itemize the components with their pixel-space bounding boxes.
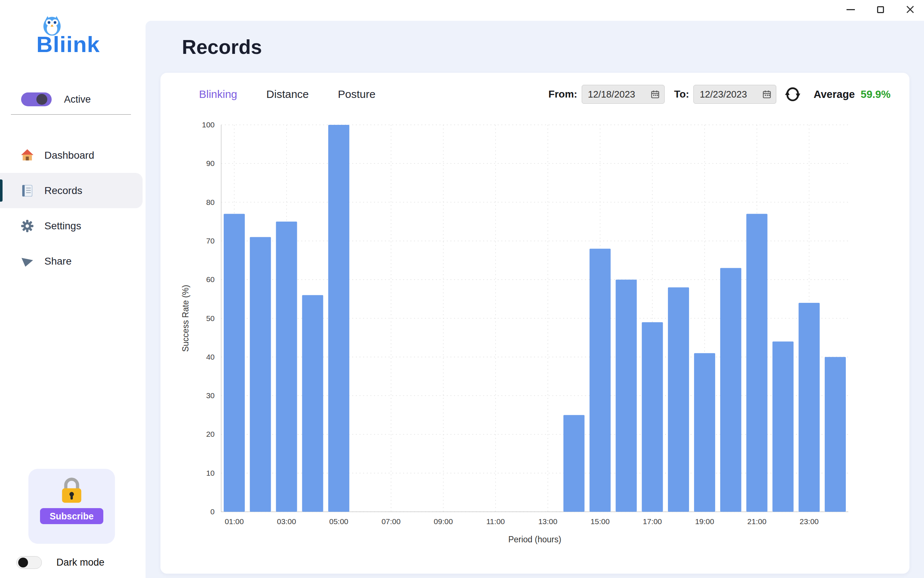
active-toggle[interactable] xyxy=(21,93,52,106)
average-label: Average xyxy=(813,88,854,101)
filter-controls: From: 12/18/2023 To: 12/23/2023 xyxy=(549,85,890,104)
toggle-knob-icon xyxy=(18,558,28,567)
x-tick-label: 07:00 xyxy=(382,517,401,526)
x-tick-label: 23:00 xyxy=(799,517,819,526)
y-tick-label: 60 xyxy=(206,275,215,284)
home-icon xyxy=(20,148,34,162)
active-toggle-row: Active xyxy=(21,93,91,106)
bar-03:00 xyxy=(276,222,297,512)
tab-distance[interactable]: Distance xyxy=(266,88,309,101)
sidebar-item-records[interactable]: Records xyxy=(0,173,142,208)
y-axis-title: Success Rate (%) xyxy=(181,285,190,352)
bar-14:00 xyxy=(563,415,584,512)
window-minimize-button[interactable] xyxy=(845,4,856,15)
x-axis-title: Period (hours) xyxy=(508,535,561,544)
active-toggle-label: Active xyxy=(64,94,91,105)
bar-24:00 xyxy=(825,357,846,512)
share-icon xyxy=(20,255,34,268)
records-card: Blinking Distance Posture From: 12/18/20… xyxy=(160,73,909,574)
records-icon xyxy=(20,184,34,198)
x-tick-label: 19:00 xyxy=(695,517,714,526)
sidebar-nav: Dashboard Records xyxy=(0,138,146,279)
y-tick-label: 100 xyxy=(202,120,215,129)
x-tick-label: 01:00 xyxy=(225,517,244,526)
dark-mode-label: Dark mode xyxy=(57,557,104,568)
refresh-button[interactable] xyxy=(783,85,802,103)
subscribe-card: Subscribe xyxy=(28,469,115,544)
window-maximize-button[interactable] xyxy=(875,4,885,15)
to-date-input[interactable]: 12/23/2023 xyxy=(693,85,776,104)
calendar-icon xyxy=(651,89,660,99)
lock-icon xyxy=(56,474,88,506)
bar-02:00 xyxy=(250,237,271,512)
sidebar-item-label: Settings xyxy=(44,220,81,232)
app-logo: Bliink xyxy=(36,15,131,62)
bar-05:00 xyxy=(328,125,349,512)
maximize-icon xyxy=(877,6,884,13)
bar-17:00 xyxy=(642,322,663,512)
x-tick-label: 13:00 xyxy=(538,517,558,526)
minimize-icon xyxy=(846,9,855,10)
y-tick-label: 40 xyxy=(206,353,215,361)
toggle-knob-icon xyxy=(36,94,47,105)
y-tick-label: 70 xyxy=(206,237,215,245)
y-tick-label: 80 xyxy=(206,198,215,206)
from-label: From: xyxy=(549,88,577,100)
sidebar-divider xyxy=(11,114,131,115)
dark-mode-toggle[interactable] xyxy=(16,556,42,569)
bar-04:00 xyxy=(302,295,323,512)
bar-16:00 xyxy=(615,279,637,512)
records-bar-chart: 010203040506070809010001:0003:0005:0007:… xyxy=(160,117,909,570)
tab-posture[interactable]: Posture xyxy=(338,88,375,101)
bar-20:00 xyxy=(720,268,741,512)
bar-23:00 xyxy=(798,303,820,512)
chart-tabs: Blinking Distance Posture xyxy=(199,88,375,101)
bar-01:00 xyxy=(224,214,245,512)
subscribe-button[interactable]: Subscribe xyxy=(40,508,103,524)
sidebar: Bliink Active Dashboard Records xyxy=(0,0,146,578)
x-tick-label: 09:00 xyxy=(434,517,453,526)
gear-icon xyxy=(20,219,34,233)
y-tick-label: 10 xyxy=(206,469,215,477)
sidebar-item-label: Share xyxy=(44,255,72,267)
y-tick-label: 50 xyxy=(206,314,215,323)
bar-21:00 xyxy=(746,214,767,512)
card-header: Blinking Distance Posture From: 12/18/20… xyxy=(160,84,909,104)
y-tick-label: 90 xyxy=(206,159,215,167)
x-tick-label: 15:00 xyxy=(591,517,610,526)
logo-text: Bliink xyxy=(36,31,100,57)
y-tick-label: 20 xyxy=(206,430,215,438)
sidebar-item-dashboard[interactable]: Dashboard xyxy=(0,138,146,173)
sidebar-item-label: Records xyxy=(44,185,82,196)
x-tick-label: 05:00 xyxy=(329,517,348,526)
close-icon xyxy=(906,5,914,13)
calendar-icon xyxy=(762,89,772,99)
x-tick-label: 21:00 xyxy=(747,517,767,526)
bar-18:00 xyxy=(668,287,689,512)
main-content: Records Blinking Distance Posture From: … xyxy=(146,21,924,578)
x-tick-label: 03:00 xyxy=(277,517,296,526)
y-tick-label: 30 xyxy=(206,391,215,399)
window-controls xyxy=(845,4,915,15)
average-value: 59.9% xyxy=(861,88,890,101)
window-close-button[interactable] xyxy=(905,4,915,15)
dark-mode-row: Dark mode xyxy=(16,556,104,569)
sidebar-item-share[interactable]: Share xyxy=(0,244,146,279)
from-date-input[interactable]: 12/18/2023 xyxy=(582,85,665,104)
sidebar-item-label: Dashboard xyxy=(44,149,94,161)
sidebar-item-settings[interactable]: Settings xyxy=(0,208,146,244)
tab-blinking[interactable]: Blinking xyxy=(199,88,237,101)
to-label: To: xyxy=(674,88,689,100)
x-tick-label: 17:00 xyxy=(643,517,662,526)
bar-19:00 xyxy=(694,353,715,512)
to-date-value: 12/23/2023 xyxy=(699,89,747,100)
x-tick-label: 11:00 xyxy=(486,517,505,526)
bar-22:00 xyxy=(772,341,793,512)
refresh-icon xyxy=(784,86,801,103)
bar-15:00 xyxy=(590,248,611,512)
page-title: Records xyxy=(182,35,262,58)
y-tick-label: 0 xyxy=(210,507,215,516)
from-date-value: 12/18/2023 xyxy=(588,89,635,100)
